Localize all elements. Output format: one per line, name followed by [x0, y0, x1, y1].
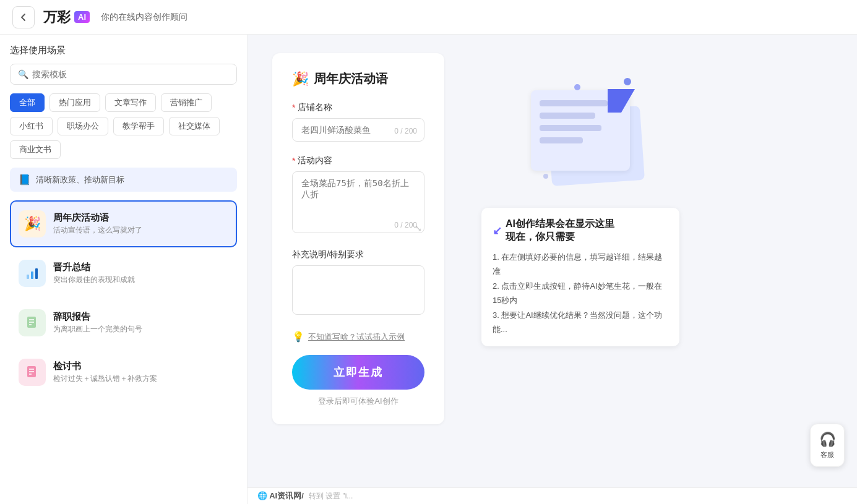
logo-text: 万彩	[43, 8, 71, 27]
content-area: 🎉 周年庆活动语 * 店铺名称 0 / 200	[248, 35, 857, 504]
supplement-textarea-wrap	[292, 265, 424, 317]
template-item-promotion[interactable]: 晋升总结 突出你最佳的表现和成就	[10, 250, 237, 297]
bottom-text: 转到 设置 "i...	[309, 491, 353, 502]
field-label-activity: * 活动内容	[292, 155, 424, 166]
store-input-wrap: 0 / 200	[292, 118, 424, 142]
search-input[interactable]	[32, 69, 229, 79]
template-icon-review	[19, 359, 46, 386]
tag-teaching[interactable]: 教学帮手	[113, 117, 164, 135]
template-name-anniversary: 周年庆活动语	[53, 212, 142, 224]
tag-social[interactable]: 社交媒体	[169, 117, 220, 135]
tag-marketing[interactable]: 营销推广	[161, 93, 212, 112]
header-slogan: 你的在线内容创作顾问	[101, 12, 187, 23]
login-hint: 登录后即可体验AI创作	[292, 396, 424, 407]
template-info-review: 检讨书 检讨过失＋诚恳认错＋补救方案	[53, 361, 157, 384]
form-title-text: 周年庆活动语	[314, 70, 388, 87]
template-icon-promotion	[19, 260, 46, 287]
template-info-anniversary: 周年庆活动语 活动宣传语，这么写就对了	[53, 212, 142, 236]
template-info-resign: 辞职报告 为离职画上一个完美的句号	[53, 311, 142, 335]
svg-rect-2	[35, 268, 38, 279]
field-supplement: 补充说明/特别要求	[292, 249, 424, 317]
headset-icon: 🎧	[819, 432, 836, 448]
promo-text: 清晰新政策、推动新目标	[36, 174, 124, 186]
field-activity: * 活动内容 0 / 200 ⤡	[292, 155, 424, 236]
sidebar: 选择使用场景 🔍 全部 热门应用 文章写作 营销推广 小红书 职场办公 教学帮手…	[0, 35, 248, 504]
template-list: 🎉 周年庆活动语 活动宣传语，这么写就对了 晋升总结 突出你最佳的表现和成就	[10, 200, 237, 396]
bottom-logo: 🌐 AI资讯网/	[257, 490, 304, 502]
ai-hint-arrow-icon: ↙	[493, 224, 502, 237]
template-name-review: 检讨书	[53, 361, 157, 372]
promo-banner: 📘 清晰新政策、推动新目标	[10, 168, 237, 192]
template-desc-anniversary: 活动宣传语，这么写就对了	[53, 225, 142, 236]
step-2: 2. 点击立即生成按钮，静待AI妙笔生花，一般在15秒内	[493, 279, 668, 308]
right-panel: ↙ AI创作结果会在显示这里 现在，你只需要 1. 在左侧填好必要的信息，填写越…	[463, 53, 698, 365]
template-desc-resign: 为离职画上一个完美的句号	[53, 324, 142, 335]
template-desc-promotion: 突出你最佳的表现和成就	[53, 275, 135, 285]
generate-button[interactable]: 立即生成	[292, 355, 424, 390]
ai-hint-steps: 1. 在左侧填好必要的信息，填写越详细，结果越准 2. 点击立即生成按钮，静待A…	[493, 250, 668, 336]
template-icon-anniversary: 🎉	[19, 210, 46, 237]
svg-rect-1	[31, 271, 33, 279]
header: 万彩 AI 你的在线内容创作顾问	[0, 0, 857, 35]
hint-link-text[interactable]: 不知道写啥？试试插入示例	[308, 331, 405, 343]
template-item-anniversary[interactable]: 🎉 周年庆活动语 活动宣传语，这么写就对了	[10, 200, 237, 247]
ai-hint-title-text: AI创作结果会在显示这里 现在，你只需要	[506, 218, 614, 244]
step-1: 1. 在左侧填好必要的信息，填写越详细，结果越准	[493, 250, 668, 279]
label-text-store: 店铺名称	[298, 102, 332, 113]
template-desc-review: 检讨过失＋诚恳认错＋补救方案	[53, 374, 157, 384]
back-button[interactable]	[12, 6, 35, 28]
store-char-count: 0 / 200	[394, 127, 417, 135]
form-title: 🎉 周年庆活动语	[292, 70, 424, 87]
supplement-textarea[interactable]	[292, 265, 424, 315]
tag-article[interactable]: 文章写作	[105, 93, 156, 112]
resize-handle[interactable]: ⤡	[415, 223, 422, 233]
tag-workplace[interactable]: 职场办公	[58, 117, 108, 135]
main-layout: 选择使用场景 🔍 全部 热门应用 文章写作 营销推广 小红书 职场办公 教学帮手…	[0, 35, 857, 504]
required-star-activity: *	[292, 156, 295, 166]
activity-textarea-wrap: 0 / 200 ⤡	[292, 171, 424, 236]
hint-bulb-icon: 💡	[292, 331, 304, 343]
search-icon: 🔍	[18, 69, 28, 79]
illustration	[500, 72, 661, 195]
search-box: 🔍	[10, 64, 237, 85]
required-star-store: *	[292, 103, 295, 113]
template-item-resign[interactable]: 辞职报告 为离职画上一个完美的句号	[10, 299, 237, 346]
ai-hint-title: ↙ AI创作结果会在显示这里 现在，你只需要	[493, 218, 668, 244]
logo-ai-badge: AI	[74, 11, 90, 23]
ai-hint-box: ↙ AI创作结果会在显示这里 现在，你只需要 1. 在左侧填好必要的信息，填写越…	[481, 208, 679, 346]
tag-business[interactable]: 商业文书	[10, 140, 61, 159]
label-text-activity: 活动内容	[298, 155, 332, 166]
template-info-promotion: 晋升总结 突出你最佳的表现和成就	[53, 262, 135, 285]
field-label-store: * 店铺名称	[292, 102, 424, 113]
activity-char-count: 0 / 200	[394, 221, 417, 229]
filter-tags: 全部 热门应用 文章写作 营销推广 小红书 职场办公 教学帮手 社交媒体 商业文…	[10, 93, 237, 159]
bottom-bar: 🌐 AI资讯网/ 转到 设置 "i...	[248, 487, 857, 504]
step-3: 3. 想要让AI继续优化结果？当然没问题，这个功能...	[493, 308, 668, 337]
hint-row[interactable]: 💡 不知道写啥？试试插入示例	[292, 331, 424, 343]
cs-label: 客服	[820, 450, 834, 459]
customer-service-fab[interactable]: 🎧 客服	[810, 424, 845, 467]
template-name-resign: 辞职报告	[53, 311, 142, 323]
template-item-review[interactable]: 检讨书 检讨过失＋诚恳认错＋补救方案	[10, 349, 237, 396]
svg-rect-0	[27, 275, 29, 279]
tag-hot[interactable]: 热门应用	[50, 93, 100, 112]
template-icon-resign	[19, 309, 46, 336]
tag-xiaohongshu[interactable]: 小红书	[10, 117, 53, 135]
promo-icon: 📘	[19, 174, 31, 186]
form-title-icon: 🎉	[292, 71, 309, 87]
tag-all[interactable]: 全部	[10, 93, 45, 112]
sidebar-title: 选择使用场景	[10, 45, 237, 56]
template-name-promotion: 晋升总结	[53, 262, 135, 273]
field-store-name: * 店铺名称 0 / 200	[292, 102, 424, 142]
logo-area: 万彩 AI	[43, 8, 90, 27]
label-text-supplement: 补充说明/特别要求	[292, 249, 364, 260]
field-label-supplement: 补充说明/特别要求	[292, 249, 424, 260]
form-card: 🎉 周年庆活动语 * 店铺名称 0 / 200	[272, 53, 444, 424]
